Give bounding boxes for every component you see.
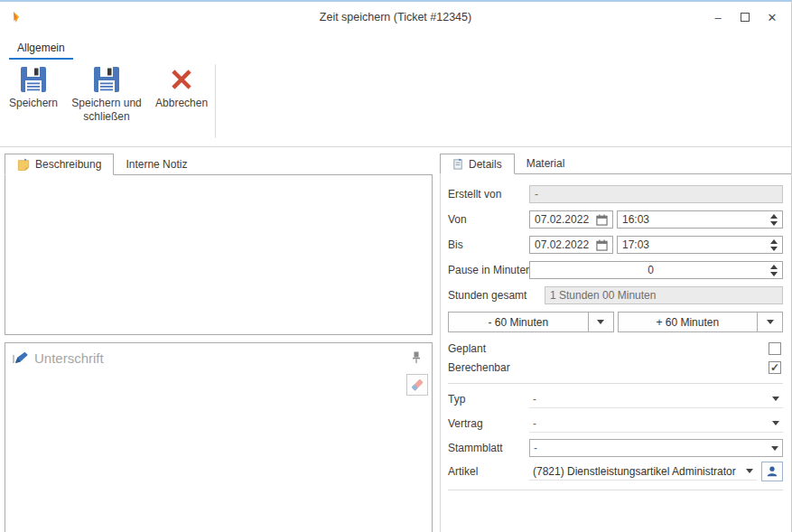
stammblatt-row: Stammblatt -: [448, 439, 783, 457]
artikel-label: Artikel: [448, 465, 529, 478]
minimize-icon: –: [714, 11, 721, 24]
von-time-stepper[interactable]: [767, 214, 778, 226]
save-and-close-button-label: Speichern und schließen: [65, 97, 148, 124]
stunden-gesamt-field: 1 Stunden 00 Minuten: [545, 286, 783, 304]
bis-time-stepper[interactable]: [767, 239, 778, 251]
stammblatt-label: Stammblatt: [448, 442, 529, 454]
signature-label: Unterschrift: [34, 350, 104, 366]
tab-beschreibung[interactable]: Beschreibung: [5, 154, 114, 175]
artikel-dropdown[interactable]: (7821) Dienstleistungsartikel Administra…: [529, 462, 757, 481]
chevron-down-icon: [746, 469, 753, 473]
pause-stepper[interactable]: [767, 265, 778, 276]
save-button-label: Speichern: [9, 97, 58, 110]
plus-60-button[interactable]: + 60 Minuten: [619, 313, 758, 331]
eraser-icon: [410, 378, 424, 392]
step-up-icon: [770, 265, 778, 269]
von-row: Von 07.02.2022 16:03: [448, 210, 783, 229]
pause-field[interactable]: 0: [529, 261, 783, 279]
von-date-picker[interactable]: 07.02.2022: [529, 210, 613, 229]
signature-pen-icon: [13, 351, 29, 366]
titlebar: Zeit speichern (Ticket #12345) – ✕: [0, 2, 791, 33]
stammblatt-value: -: [534, 442, 537, 454]
bis-date-picker[interactable]: 07.02.2022: [529, 236, 613, 254]
bis-time-value: 17:03: [622, 238, 649, 251]
chevron-down-icon: [767, 320, 774, 324]
save-and-close-button[interactable]: Speichern und schließen: [61, 61, 152, 144]
geplant-checkbox[interactable]: [769, 342, 781, 355]
geplant-row: Geplant: [448, 341, 783, 356]
ribbon-group: Speichern Speichern und schließen: [0, 60, 791, 147]
von-time-value: 16:03: [622, 213, 649, 226]
minus-60-split-button: - 60 Minuten: [448, 312, 614, 332]
calendar-icon[interactable]: [596, 239, 608, 251]
minus-60-dropdown[interactable]: [588, 313, 613, 331]
window-title: Zeit speichern (Ticket #12345): [0, 11, 791, 23]
pin-icon[interactable]: [412, 351, 421, 364]
divider: [448, 383, 783, 384]
details-form: Erstellt von - Von 07.02.2022: [440, 174, 791, 532]
cancel-button[interactable]: Abbrechen: [152, 61, 211, 144]
plus-60-dropdown[interactable]: [757, 313, 782, 331]
sticky-note-icon: [17, 158, 30, 171]
maximize-icon: [741, 13, 750, 22]
chevron-down-icon: [772, 397, 779, 401]
pause-value: 0: [648, 264, 654, 276]
vertrag-label: Vertrag: [448, 417, 529, 430]
ribbon-separator: [215, 64, 216, 138]
von-time-field[interactable]: 16:03: [617, 210, 783, 229]
geplant-label: Geplant: [448, 342, 486, 355]
minimize-button[interactable]: –: [704, 5, 731, 29]
tab-interne-notiz-label: Interne Notiz: [126, 158, 187, 171]
person-icon: [766, 465, 778, 478]
maximize-button[interactable]: [731, 5, 759, 29]
typ-label: Typ: [448, 393, 529, 406]
artikel-row: Artikel (7821) Dienstleistungsartikel Ad…: [448, 462, 783, 481]
divider: [448, 490, 783, 490]
tab-details-label: Details: [469, 158, 502, 171]
plus-60-split-button: + 60 Minuten: [618, 312, 784, 332]
app-icon: [9, 10, 23, 24]
minute-buttons-row: - 60 Minuten + 60 Minuten: [448, 312, 783, 332]
ribbon: Allgemein Speichern: [0, 33, 791, 147]
window-controls: – ✕: [704, 5, 786, 29]
typ-value: -: [533, 393, 536, 406]
erstellt-von-field: -: [529, 185, 783, 203]
tab-material-label: Material: [526, 157, 565, 170]
pause-row: Pause in Minuten 0: [448, 261, 783, 279]
tab-interne-notiz[interactable]: Interne Notiz: [114, 154, 199, 174]
ribbon-tab-allgemein[interactable]: Allgemein: [9, 37, 73, 60]
vertrag-value: -: [533, 417, 536, 430]
document-icon: [452, 158, 463, 170]
red-x-icon: [167, 65, 196, 94]
bis-time-field[interactable]: 17:03: [617, 236, 783, 254]
stunden-gesamt-label: Stunden gesamt: [448, 289, 529, 302]
close-icon: ✕: [768, 11, 778, 24]
stammblatt-dropdown[interactable]: -: [529, 439, 783, 457]
erase-signature-button[interactable]: [406, 374, 428, 396]
dialog-window: Zeit speichern (Ticket #12345) – ✕ Allge…: [0, 0, 792, 532]
step-up-icon: [770, 214, 778, 219]
save-button[interactable]: Speichern: [5, 61, 61, 144]
bis-label: Bis: [448, 238, 529, 251]
chevron-down-icon: [772, 421, 779, 425]
main-content: Beschreibung Interne Notiz Unterschrift: [0, 147, 791, 532]
right-panel: Details Material Erstellt von - Von 07.0…: [440, 154, 791, 532]
vertrag-dropdown[interactable]: -: [529, 415, 783, 433]
tab-material[interactable]: Material: [515, 154, 577, 173]
typ-dropdown[interactable]: -: [529, 390, 783, 408]
step-up-icon: [770, 239, 778, 244]
description-text-area[interactable]: [5, 174, 433, 335]
step-down-icon: [770, 272, 778, 276]
chevron-down-icon: [771, 446, 778, 451]
tab-details[interactable]: Details: [440, 154, 515, 174]
minus-60-button[interactable]: - 60 Minuten: [449, 313, 588, 331]
artikel-person-button[interactable]: [761, 462, 783, 481]
berechenbar-checkbox[interactable]: ✓: [769, 361, 781, 374]
calendar-icon[interactable]: [596, 214, 608, 226]
right-tab-strip: Details Material: [440, 154, 791, 174]
floppy-disk-icon: [19, 65, 48, 94]
chevron-down-icon: [597, 320, 604, 324]
signature-panel[interactable]: Unterschrift: [5, 342, 433, 532]
cancel-button-label: Abbrechen: [155, 97, 208, 110]
close-button[interactable]: ✕: [759, 5, 786, 29]
